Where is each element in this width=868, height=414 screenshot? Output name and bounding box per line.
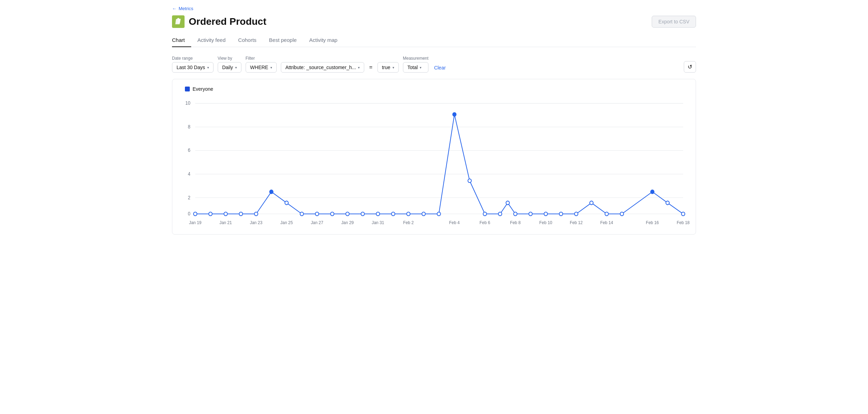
svg-point-49 [498,212,502,216]
svg-point-32 [239,212,243,216]
svg-point-33 [254,212,258,216]
svg-text:Jan 25: Jan 25 [280,220,293,225]
chart-area: 10 8 6 4 2 0 Jan 19 Jan 21 Jan 23 Jan 25… [178,96,690,229]
measurement-chevron-icon: ▾ [420,66,421,69]
where-chevron-icon: ▾ [270,66,272,69]
svg-text:Feb 2: Feb 2 [403,220,414,225]
svg-point-48 [483,212,487,216]
svg-point-58 [620,212,624,216]
svg-point-44 [422,212,425,216]
measurement-value: Total [407,65,418,70]
true-select[interactable]: true ▾ [377,62,399,73]
svg-text:Feb 8: Feb 8 [510,220,521,225]
svg-point-40 [361,212,365,216]
svg-point-56 [590,201,593,205]
attribute-select[interactable]: Attribute: _source_customer_h... ▾ [281,62,364,73]
measurement-filter: Measurement Total ▾ [403,56,428,73]
view-by-filter: View by Daily ▾ [218,56,241,73]
svg-point-39 [346,212,349,216]
svg-point-45 [437,212,441,216]
view-by-select[interactable]: Daily ▾ [218,62,241,73]
svg-point-51 [514,212,517,216]
attribute-chevron-icon: ▾ [358,66,360,69]
svg-point-54 [559,212,563,216]
svg-point-61 [681,212,685,216]
back-link-label: Metrics [179,6,193,11]
equals-sign: = [368,55,373,73]
svg-text:0: 0 [188,211,190,216]
measurement-label: Measurement [403,56,428,61]
tab-cohorts[interactable]: Cohorts [232,34,263,47]
svg-text:2: 2 [188,195,190,200]
svg-point-34 [270,190,273,194]
svg-text:4: 4 [188,171,190,177]
svg-point-50 [506,201,509,205]
svg-point-52 [529,212,532,216]
svg-point-47 [468,179,471,183]
attribute-value: Attribute: _source_customer_h... [285,65,356,70]
svg-text:Feb 16: Feb 16 [646,220,659,225]
page-title-area: Ordered Product [172,15,266,28]
svg-text:Feb 18: Feb 18 [677,220,690,225]
svg-text:Jan 23: Jan 23 [250,220,262,225]
attribute-filter: x Attribute: _source_customer_h... ▾ [281,56,364,73]
legend-color-box [185,87,190,91]
clear-button[interactable]: Clear [433,56,447,73]
svg-text:Feb 10: Feb 10 [539,220,552,225]
tab-best-people[interactable]: Best people [263,34,303,47]
svg-text:Jan 29: Jan 29 [341,220,354,225]
view-by-value: Daily [222,65,233,70]
svg-point-55 [575,212,578,216]
svg-point-57 [605,212,608,216]
page-title: Ordered Product [189,16,266,27]
refresh-icon: ↺ [688,64,692,70]
shopify-icon [172,15,185,28]
svg-point-30 [209,212,212,216]
svg-text:Jan 19: Jan 19 [189,220,202,225]
svg-point-43 [407,212,410,216]
svg-point-35 [285,201,288,205]
back-link[interactable]: ← Metrics [172,6,193,11]
true-filter: x true ▾ [377,56,399,73]
refresh-button[interactable]: ↺ [684,61,696,73]
svg-text:6: 6 [188,148,190,153]
svg-point-29 [194,212,197,216]
true-chevron-icon: ▾ [392,66,394,69]
tab-activity-feed[interactable]: Activity feed [191,34,232,47]
chart-container: Everyone 10 8 6 4 2 0 [172,79,696,235]
date-range-chevron-icon: ▾ [207,66,209,69]
svg-point-36 [300,212,304,216]
svg-text:Feb 14: Feb 14 [600,220,613,225]
filter-label: Filter [246,56,277,61]
measurement-select[interactable]: Total ▾ [403,62,428,73]
date-range-select[interactable]: Last 30 Days ▾ [172,62,214,73]
svg-point-60 [666,201,669,205]
svg-text:Feb 12: Feb 12 [570,220,583,225]
page-header: Ordered Product Export to CSV [172,15,696,28]
svg-text:Feb 6: Feb 6 [480,220,491,225]
tab-activity-map[interactable]: Activity map [303,34,344,47]
svg-point-46 [453,113,456,117]
svg-point-41 [376,212,380,216]
chart-legend: Everyone [178,86,690,92]
svg-text:Feb 4: Feb 4 [449,220,460,225]
svg-point-38 [330,212,334,216]
svg-point-31 [224,212,227,216]
svg-text:Jan 31: Jan 31 [372,220,384,225]
date-range-filter: Date range Last 30 Days ▾ [172,56,214,73]
chart-svg: 10 8 6 4 2 0 Jan 19 Jan 21 Jan 23 Jan 25… [178,96,690,229]
svg-point-37 [315,212,319,216]
svg-text:8: 8 [188,124,190,130]
tabs-nav: Chart Activity feed Cohorts Best people … [172,34,696,47]
svg-point-42 [391,212,395,216]
svg-point-59 [651,190,654,194]
svg-text:Jan 21: Jan 21 [219,220,232,225]
view-by-label: View by [218,56,241,61]
tab-chart[interactable]: Chart [172,34,191,47]
svg-point-53 [544,212,547,216]
date-range-label: Date range [172,56,214,61]
where-select[interactable]: WHERE ▾ [246,62,277,73]
legend-label: Everyone [193,86,213,92]
export-csv-button[interactable]: Export to CSV [652,16,696,28]
svg-text:Jan 27: Jan 27 [311,220,323,225]
